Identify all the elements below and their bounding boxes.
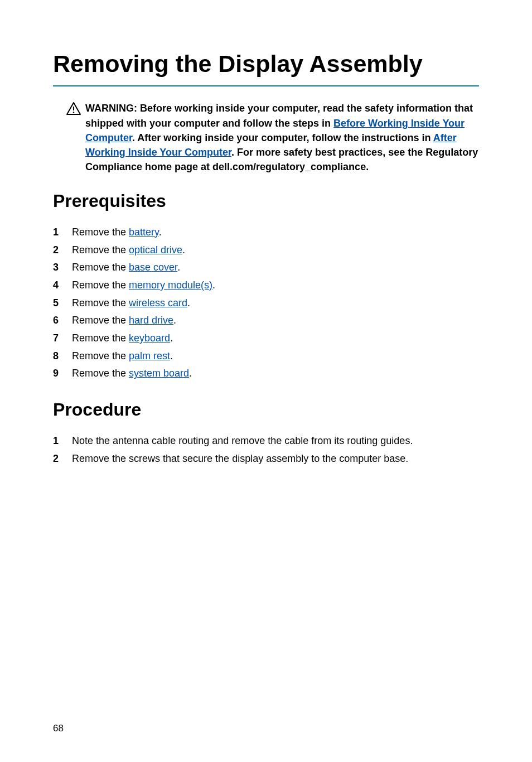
procedure-list: 1Note the antenna cable routing and remo… <box>53 432 479 467</box>
list-item: 6Remove the hard drive. <box>53 312 479 330</box>
page-title: Removing the Display Assembly <box>53 50 479 86</box>
item-link[interactable]: keyboard <box>129 332 170 344</box>
item-text: Remove the wireless card. <box>72 295 479 312</box>
warning-link[interactable]: After Working Inside Your Computer <box>85 132 457 158</box>
prerequisites-list: 1Remove the battery.2Remove the optical … <box>53 224 479 383</box>
item-link[interactable]: system board <box>129 368 189 379</box>
prerequisites-heading: Prerequisites <box>53 191 479 211</box>
item-number: 1 <box>53 433 72 450</box>
item-text: Remove the screws that secure the displa… <box>72 451 479 467</box>
item-number: 6 <box>53 312 72 329</box>
item-link[interactable]: base cover <box>129 262 177 273</box>
warning-link[interactable]: Before Working Inside Your Computer <box>85 118 465 143</box>
list-item: 1Remove the battery. <box>53 224 479 242</box>
item-link[interactable]: wireless card <box>129 297 187 308</box>
item-number: 9 <box>53 365 72 382</box>
list-item: 2Remove the optical drive. <box>53 242 479 259</box>
item-text: Remove the base cover. <box>72 259 479 276</box>
item-text: Remove the palm rest. <box>72 348 479 365</box>
item-text: Remove the battery. <box>72 224 479 241</box>
procedure-heading: Procedure <box>53 399 479 420</box>
item-link[interactable]: battery <box>129 226 159 238</box>
item-number: 2 <box>53 242 72 259</box>
item-number: 5 <box>53 295 72 312</box>
list-item: 7Remove the keyboard. <box>53 330 479 348</box>
list-item: 1Note the antenna cable routing and remo… <box>53 432 479 450</box>
item-number: 3 <box>53 259 72 276</box>
list-item: 8Remove the palm rest. <box>53 348 479 365</box>
item-number: 1 <box>53 224 72 241</box>
item-number: 4 <box>53 277 72 294</box>
list-item: 2Remove the screws that secure the displ… <box>53 450 479 468</box>
item-link[interactable]: memory module(s) <box>129 279 212 291</box>
list-item: 4Remove the memory module(s). <box>53 277 479 295</box>
item-link[interactable]: optical drive <box>129 244 182 255</box>
item-text: Remove the keyboard. <box>72 330 479 347</box>
list-item: 9Remove the system board. <box>53 365 479 383</box>
warning-block: WARNING: Before working inside your comp… <box>53 101 479 173</box>
page-number: 68 <box>53 723 64 734</box>
svg-point-1 <box>73 112 75 114</box>
item-number: 8 <box>53 348 72 365</box>
item-text: Remove the memory module(s). <box>72 277 479 294</box>
item-text: Remove the hard drive. <box>72 312 479 329</box>
item-number: 2 <box>53 451 72 467</box>
warning-text: WARNING: Before working inside your comp… <box>85 101 479 173</box>
item-text: Remove the optical drive. <box>72 242 479 259</box>
item-text: Note the antenna cable routing and remov… <box>72 433 479 450</box>
item-link[interactable]: palm rest <box>129 350 170 361</box>
list-item: 5Remove the wireless card. <box>53 295 479 312</box>
item-text: Remove the system board. <box>72 365 479 382</box>
item-number: 7 <box>53 330 72 347</box>
warning-icon <box>66 102 81 115</box>
item-link[interactable]: hard drive <box>129 315 173 326</box>
list-item: 3Remove the base cover. <box>53 259 479 277</box>
